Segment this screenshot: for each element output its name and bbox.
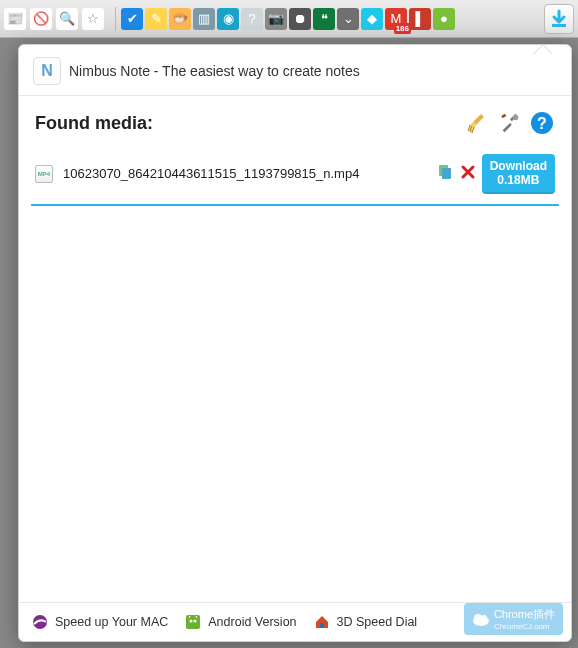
check-icon[interactable]: ✔ <box>121 8 143 30</box>
eye-icon[interactable]: ◉ <box>217 8 239 30</box>
globe-icon <box>31 613 49 631</box>
mail-icon[interactable]: M186 <box>385 8 407 30</box>
footer: Speed up Your MAC Android Version 3D Spe… <box>19 602 571 641</box>
media-row: MP4 10623070_864210443611515_1193799815_… <box>31 144 559 206</box>
remove-button[interactable] <box>460 164 476 183</box>
cloud-icon <box>472 612 490 626</box>
toolbar-separator <box>115 7 116 31</box>
block-icon[interactable]: 🚫 <box>30 8 52 30</box>
svg-point-9 <box>190 620 193 623</box>
toolbar-left-group: 📰🚫🔍☆ <box>4 8 110 30</box>
help-button[interactable]: ? <box>529 110 555 136</box>
svg-text:?: ? <box>537 115 547 132</box>
close-icon <box>460 164 476 180</box>
copy-icon <box>436 163 454 181</box>
copy-button[interactable] <box>436 163 454 184</box>
watermark-title: Chrome插件 <box>494 607 555 622</box>
svg-point-1 <box>513 115 519 121</box>
house-icon <box>313 613 331 631</box>
zoom-out-icon[interactable]: 🔍 <box>56 8 78 30</box>
media-list: MP4 10623070_864210443611515_1193799815_… <box>19 144 571 602</box>
star-icon[interactable]: ☆ <box>82 8 104 30</box>
footer-link-label: Speed up Your MAC <box>55 615 168 629</box>
tray-icon[interactable]: ▥ <box>193 8 215 30</box>
note-icon[interactable]: ✎ <box>145 8 167 30</box>
record-icon[interactable]: ⏺ <box>289 8 311 30</box>
svg-rect-2 <box>501 114 506 119</box>
watermark-subtitle: ChromeCJ.com <box>494 622 555 631</box>
footer-link-speeddial[interactable]: 3D Speed Dial <box>313 613 418 631</box>
watermark: Chrome插件 ChromeCJ.com <box>464 603 563 635</box>
news-icon[interactable]: 📰 <box>4 8 26 30</box>
browser-toolbar: 📰🚫🔍☆ ✔✎🐡▥◉?📷⏺❝⌄◆M186▌● <box>0 0 578 38</box>
download-size: 0.18MB <box>490 174 547 188</box>
header-actions: ? <box>465 110 555 136</box>
promo-text: Nimbus Note - The easiest way to create … <box>69 63 360 79</box>
hangouts-icon[interactable]: ❝ <box>313 8 335 30</box>
footer-link-speedup[interactable]: Speed up Your MAC <box>31 613 168 631</box>
download-label: Download <box>490 160 547 174</box>
footer-link-android[interactable]: Android Version <box>184 613 296 631</box>
active-extension-button[interactable] <box>544 4 574 34</box>
row-actions: Download 0.18MB <box>436 154 555 194</box>
svg-rect-6 <box>442 168 451 179</box>
broom-icon <box>466 111 490 135</box>
svg-rect-11 <box>320 623 324 628</box>
clear-button[interactable] <box>465 110 491 136</box>
help-icon: ? <box>530 111 554 135</box>
header-row: Found media: ? <box>19 96 571 144</box>
nimbus-logo-icon: N <box>33 57 61 85</box>
footer-link-label: 3D Speed Dial <box>337 615 418 629</box>
dot-icon[interactable]: ● <box>433 8 455 30</box>
extensions-group: ✔✎🐡▥◉?📷⏺❝⌄◆M186▌● <box>121 8 541 30</box>
android-icon <box>184 613 202 631</box>
download-arrow-icon <box>549 9 569 29</box>
page-title: Found media: <box>35 113 153 134</box>
diamond-icon[interactable]: ◆ <box>361 8 383 30</box>
file-name: 10623070_864210443611515_1193799815_n.mp… <box>63 166 426 181</box>
promo-bar[interactable]: N Nimbus Note - The easiest way to creat… <box>19 45 571 96</box>
svg-rect-8 <box>186 615 200 629</box>
footer-link-label: Android Version <box>208 615 296 629</box>
svg-point-13 <box>474 614 482 622</box>
tools-icon <box>499 112 521 134</box>
blowfish-icon[interactable]: 🐡 <box>169 8 191 30</box>
video-file-icon: MP4 <box>35 165 53 183</box>
svg-point-10 <box>194 620 197 623</box>
book-icon[interactable]: ▌ <box>409 8 431 30</box>
pocket-icon[interactable]: ⌄ <box>337 8 359 30</box>
download-button[interactable]: Download 0.18MB <box>482 154 555 194</box>
extension-popup: N Nimbus Note - The easiest way to creat… <box>18 44 572 642</box>
help-icon[interactable]: ? <box>241 8 263 30</box>
svg-point-14 <box>481 615 487 621</box>
svg-rect-0 <box>552 24 566 27</box>
settings-button[interactable] <box>497 110 523 136</box>
camera-icon[interactable]: 📷 <box>265 8 287 30</box>
